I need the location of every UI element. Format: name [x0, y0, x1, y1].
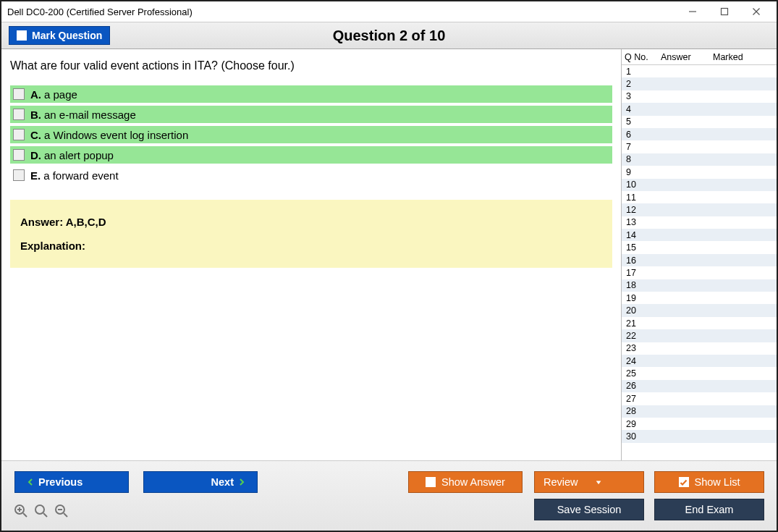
question-number: 22	[626, 331, 662, 341]
choice-text: a Windows event log insertion	[44, 129, 188, 141]
question-list-row[interactable]: 12	[622, 203, 777, 216]
question-list-row[interactable]: 22	[622, 329, 777, 342]
show-answer-button[interactable]: Show Answer	[408, 471, 523, 493]
choice-checkbox[interactable]	[13, 109, 25, 120]
question-list-row[interactable]: 7	[622, 140, 777, 153]
choice-b[interactable]: B. an e-mail message	[10, 106, 612, 123]
svg-rect-1	[722, 9, 728, 15]
chevron-left-icon	[27, 478, 34, 486]
caret-down-icon: ▼	[594, 479, 602, 486]
choice-text: an alert popup	[44, 149, 114, 161]
question-number: 14	[626, 230, 662, 240]
question-number: 15	[626, 242, 662, 253]
question-number: 13	[626, 217, 662, 227]
question-list-rows[interactable]: 1234567891011121314151617181920212223242…	[622, 65, 777, 460]
question-list-row[interactable]: 19	[622, 292, 777, 304]
next-button[interactable]: Next	[143, 471, 258, 493]
question-number: 23	[626, 343, 662, 353]
choice-text: a page	[44, 88, 77, 101]
show-list-checkbox[interactable]	[679, 477, 689, 487]
question-list-row[interactable]: 23	[622, 342, 777, 355]
question-list-row[interactable]: 20	[622, 304, 777, 316]
question-number: 28	[626, 406, 662, 416]
question-number: 27	[626, 394, 662, 404]
header-bar: Mark Question Question 2 of 10	[1, 22, 777, 49]
question-list-row[interactable]: 28	[622, 405, 777, 418]
show-answer-label: Show Answer	[441, 476, 505, 488]
choice-c[interactable]: C. a Windows event log insertion	[10, 126, 612, 143]
window-controls	[677, 2, 772, 21]
question-number: 25	[626, 368, 662, 379]
show-answer-checkbox[interactable]	[426, 477, 436, 487]
question-list-row[interactable]: 5	[622, 116, 777, 128]
question-list-row[interactable]: 9	[622, 166, 777, 178]
mark-question-checkbox[interactable]	[17, 30, 27, 41]
question-number: 17	[626, 268, 662, 278]
choice-d[interactable]: D. an alert popup	[10, 146, 612, 164]
question-list-row[interactable]: 29	[622, 418, 777, 430]
titlebar: Dell DC0-200 (Certified Server Professio…	[1, 1, 777, 22]
end-exam-button[interactable]: End Exam	[654, 499, 764, 520]
question-list-row[interactable]: 8	[622, 153, 777, 166]
review-dropdown[interactable]: Review ▼	[534, 471, 644, 493]
question-number: 30	[626, 431, 662, 442]
zoom-reset-icon[interactable]	[33, 503, 49, 519]
choice-checkbox[interactable]	[13, 169, 25, 181]
question-list-row[interactable]: 1	[622, 65, 777, 77]
question-list-row[interactable]: 14	[622, 229, 777, 241]
question-list-row[interactable]: 17	[622, 266, 777, 279]
question-list-header: Q No. Answer Marked	[622, 49, 777, 65]
show-list-button[interactable]: Show List	[654, 471, 764, 493]
choice-a[interactable]: A. a page	[10, 85, 612, 103]
choice-checkbox[interactable]	[13, 149, 25, 161]
previous-button[interactable]: Previous	[14, 471, 129, 493]
question-list-row[interactable]: 4	[622, 103, 777, 115]
question-list-row[interactable]: 3	[622, 90, 777, 103]
svg-line-5	[23, 513, 27, 517]
chevron-right-icon	[238, 478, 245, 486]
question-number: 29	[626, 419, 662, 429]
choice-letter: E.	[30, 169, 41, 182]
question-list-row[interactable]: 6	[622, 128, 777, 140]
question-list-row[interactable]: 10	[622, 179, 777, 191]
question-number: 16	[626, 256, 662, 266]
question-list-row[interactable]: 27	[622, 392, 777, 405]
question-number: 10	[626, 180, 662, 190]
mark-question-button[interactable]: Mark Question	[9, 26, 110, 45]
question-list-row[interactable]: 18	[622, 279, 777, 292]
question-number: 4	[626, 104, 662, 114]
choice-text: an e-mail message	[44, 109, 136, 121]
choice-checkbox[interactable]	[13, 88, 25, 100]
main-panel: What are four valid event actions in ITA…	[1, 49, 621, 460]
question-list-row[interactable]: 13	[622, 216, 777, 229]
question-number: 24	[626, 356, 662, 366]
question-list-row[interactable]: 16	[622, 254, 777, 266]
zoom-in-icon[interactable]	[13, 503, 29, 519]
question-list-row[interactable]: 24	[622, 355, 777, 367]
header-qno: Q No.	[625, 52, 661, 62]
zoom-out-icon[interactable]	[54, 503, 69, 519]
minimize-button[interactable]	[677, 2, 709, 21]
maximize-button[interactable]	[709, 2, 740, 21]
question-list-row[interactable]: 25	[622, 367, 777, 379]
question-list-row[interactable]: 26	[622, 380, 777, 392]
question-number: 3	[626, 91, 662, 101]
question-number: 19	[626, 293, 662, 303]
question-list-row[interactable]: 15	[622, 241, 777, 253]
question-list-row[interactable]: 21	[622, 317, 777, 329]
question-list-row[interactable]: 11	[622, 191, 777, 203]
answer-panel: Answer: A,B,C,D Explanation:	[10, 200, 612, 268]
question-list-row[interactable]: 30	[622, 430, 777, 442]
explanation-line: Explanation:	[20, 240, 602, 252]
choice-e[interactable]: E. a forward event	[10, 166, 612, 184]
show-list-label: Show List	[695, 476, 740, 488]
question-number: 2	[626, 79, 662, 89]
close-button[interactable]	[740, 2, 772, 21]
question-list-row[interactable]: 2	[622, 77, 777, 90]
save-session-button[interactable]: Save Session	[534, 499, 644, 520]
choice-checkbox[interactable]	[13, 129, 25, 140]
question-number: 7	[626, 142, 662, 152]
question-text: What are four valid event actions in ITA…	[10, 59, 612, 72]
body: What are four valid event actions in ITA…	[1, 49, 777, 461]
choice-letter: B.	[30, 109, 41, 121]
